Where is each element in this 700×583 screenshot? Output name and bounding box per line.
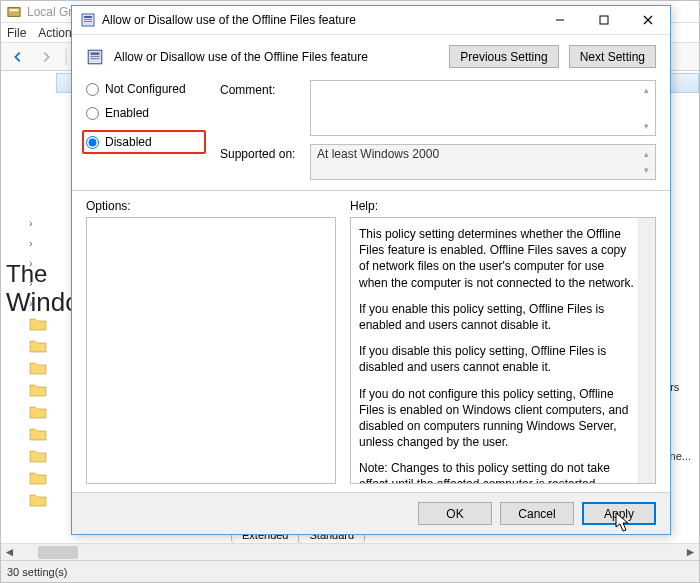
help-paragraph: If you do not configure this policy sett… bbox=[359, 386, 635, 451]
policy-icon bbox=[86, 48, 104, 66]
comment-row: Comment: ▴▾ bbox=[220, 80, 656, 136]
help-scrollbar[interactable] bbox=[638, 218, 655, 483]
svg-rect-11 bbox=[91, 55, 100, 56]
textarea-scroll: ▴▾ bbox=[638, 146, 654, 178]
svg-rect-6 bbox=[84, 21, 92, 22]
folder-icon[interactable] bbox=[29, 427, 47, 441]
minimize-button[interactable] bbox=[538, 6, 582, 34]
svg-rect-1 bbox=[10, 9, 19, 11]
status-bar: 30 setting(s) bbox=[1, 560, 699, 582]
radio-enabled[interactable]: Enabled bbox=[86, 106, 206, 120]
nav-fwd-button[interactable] bbox=[35, 46, 57, 68]
folder-icon[interactable] bbox=[29, 317, 47, 331]
folder-icon[interactable] bbox=[29, 471, 47, 485]
options-box bbox=[86, 217, 336, 484]
radio-not-configured[interactable]: Not Configured bbox=[86, 82, 206, 96]
dialog-title: Allow or Disallow use of the Offline Fil… bbox=[102, 13, 538, 27]
dialog-heading: Allow or Disallow use of the Offline Fil… bbox=[114, 50, 439, 64]
radio-label: Disabled bbox=[105, 135, 152, 149]
supported-row: Supported on: At least Windows 2000 ▴▾ bbox=[220, 144, 656, 180]
svg-rect-10 bbox=[91, 52, 100, 54]
folder-icon[interactable] bbox=[29, 405, 47, 419]
tree-pane[interactable]: › › › › › bbox=[1, 73, 56, 560]
next-setting-button[interactable]: Next Setting bbox=[569, 45, 656, 68]
folder-icon[interactable] bbox=[29, 449, 47, 463]
radio-group: Not Configured Enabled Disabled bbox=[86, 80, 206, 180]
policy-icon bbox=[80, 12, 96, 28]
folder-icon[interactable] bbox=[29, 493, 47, 507]
dialog-lower: Options: Help: This policy setting deter… bbox=[72, 191, 670, 492]
options-label: Options: bbox=[86, 199, 336, 213]
tree-expand-icon[interactable]: › bbox=[29, 237, 52, 249]
dialog-upper: Not Configured Enabled Disabled Comment:… bbox=[72, 76, 670, 190]
radio-disabled-input[interactable] bbox=[86, 136, 99, 149]
tree-expand-icon[interactable]: › bbox=[29, 217, 52, 229]
radio-disabled[interactable]: Disabled bbox=[86, 135, 152, 149]
scroll-left-icon[interactable]: ◄ bbox=[1, 544, 18, 561]
toolbar-sep-icon bbox=[63, 47, 69, 67]
help-label: Help: bbox=[350, 199, 656, 213]
radio-label: Enabled bbox=[105, 106, 149, 120]
dialog-footer: OK Cancel Apply bbox=[72, 492, 670, 534]
help-paragraph: If you disable this policy setting, Offl… bbox=[359, 343, 635, 375]
comment-textarea[interactable]: ▴▾ bbox=[310, 80, 656, 136]
svg-rect-0 bbox=[8, 7, 20, 16]
cancel-button[interactable]: Cancel bbox=[500, 502, 574, 525]
dialog-header-row: Allow or Disallow use of the Offline Fil… bbox=[72, 35, 670, 76]
scroll-right-icon[interactable]: ► bbox=[682, 544, 699, 561]
help-box[interactable]: This policy setting determines whether t… bbox=[350, 217, 656, 484]
radio-label: Not Configured bbox=[105, 82, 186, 96]
supported-textarea: At least Windows 2000 ▴▾ bbox=[310, 144, 656, 180]
scroll-thumb[interactable] bbox=[38, 546, 78, 559]
menu-action[interactable]: Action bbox=[38, 26, 71, 40]
svg-rect-12 bbox=[91, 58, 100, 59]
svg-rect-8 bbox=[600, 16, 608, 24]
tree-expand-icon[interactable]: › bbox=[29, 297, 52, 309]
supported-label: Supported on: bbox=[220, 144, 302, 161]
nav-back-button[interactable] bbox=[7, 46, 29, 68]
svg-rect-5 bbox=[84, 19, 92, 20]
menu-file[interactable]: File bbox=[7, 26, 26, 40]
dialog-titlebar[interactable]: Allow or Disallow use of the Offline Fil… bbox=[72, 6, 670, 34]
gpedit-icon bbox=[7, 5, 21, 19]
radio-enabled-input[interactable] bbox=[86, 107, 99, 120]
ok-button[interactable]: OK bbox=[418, 502, 492, 525]
help-paragraph: This policy setting determines whether t… bbox=[359, 226, 635, 291]
help-paragraph: If you enable this policy setting, Offli… bbox=[359, 301, 635, 333]
status-text: 30 setting(s) bbox=[7, 566, 68, 578]
supported-value: At least Windows 2000 bbox=[317, 147, 439, 161]
folder-icon[interactable] bbox=[29, 339, 47, 353]
previous-setting-button[interactable]: Previous Setting bbox=[449, 45, 558, 68]
policy-dialog: Allow or Disallow use of the Offline Fil… bbox=[71, 5, 671, 535]
comment-label: Comment: bbox=[220, 80, 302, 97]
svg-rect-4 bbox=[84, 16, 92, 18]
folder-icon[interactable] bbox=[29, 383, 47, 397]
radio-not-configured-input[interactable] bbox=[86, 83, 99, 96]
apply-button[interactable]: Apply bbox=[582, 502, 656, 525]
help-paragraph: Note: Changes to this policy setting do … bbox=[359, 460, 635, 484]
textarea-scroll[interactable]: ▴▾ bbox=[638, 82, 654, 134]
tree-expand-icon[interactable]: › bbox=[29, 277, 52, 289]
maximize-button[interactable] bbox=[582, 6, 626, 34]
highlight-annotation: Disabled bbox=[82, 130, 206, 154]
close-button[interactable] bbox=[626, 6, 670, 34]
folder-icon[interactable] bbox=[29, 361, 47, 375]
tree-expand-icon[interactable]: › bbox=[29, 257, 52, 269]
horizontal-scrollbar[interactable]: ◄ ► bbox=[1, 543, 699, 560]
